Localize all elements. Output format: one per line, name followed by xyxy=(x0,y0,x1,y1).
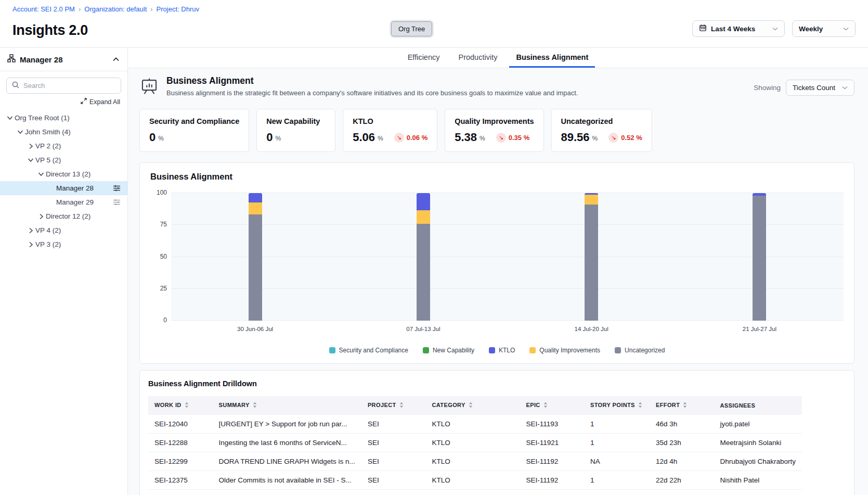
collapse-sidebar-button[interactable] xyxy=(112,56,120,62)
chevron-right-icon[interactable] xyxy=(26,143,35,149)
bar-segment-quality-improvements[interactable] xyxy=(417,210,430,223)
chart-legend: Security and ComplianceNew CapabilityKTL… xyxy=(150,347,844,356)
chart-bar-30-jun-06-jul[interactable] xyxy=(249,193,262,321)
column-header-assignees[interactable]: ASSIGNEES xyxy=(714,396,802,415)
tree-item-vp-4-2[interactable]: VP 4 (2) xyxy=(0,223,127,237)
bar-segment-uncategorized[interactable] xyxy=(249,214,262,321)
table-cell: 22d 22h xyxy=(650,471,714,490)
sort-icon[interactable] xyxy=(469,402,473,409)
sort-icon[interactable] xyxy=(543,402,548,409)
tree-item-vp-5-2[interactable]: VP 5 (2) xyxy=(0,153,127,167)
table-cell: EY > Verify if ingestion is working as e… xyxy=(213,490,361,495)
tree-item-vp-2-2[interactable]: VP 2 (2) xyxy=(0,139,127,153)
kpi-value-row: 5.06%↘0.06 % xyxy=(353,131,427,144)
tree-item-director-12-2[interactable]: Director 12 (2) xyxy=(0,209,127,223)
bar-segment-ktlo[interactable] xyxy=(249,193,262,202)
tree-item-john-smith-4[interactable]: John Smith (4) xyxy=(0,125,127,139)
bar-segment-uncategorized[interactable] xyxy=(585,205,598,321)
tree-item-label: VP 3 (2) xyxy=(35,240,61,248)
legend-item-uncategorized[interactable]: Uncategorized xyxy=(615,347,665,354)
kpi-value: 5.38 xyxy=(455,131,477,144)
tree-item-label: Director 13 (2) xyxy=(46,170,90,178)
bar-segment-ktlo[interactable] xyxy=(753,193,766,196)
tree-item-org-tree-root-1[interactable]: Org Tree Root (1) xyxy=(0,111,127,125)
filter-sliders-icon[interactable] xyxy=(113,199,121,206)
legend-item-security-and-compliance[interactable]: Security and Compliance xyxy=(329,347,408,354)
column-header-category[interactable]: CATEGORY xyxy=(425,396,520,415)
table-row-sei-12299[interactable]: SEI-12299DORA TREND LINE GRAPH Widgets i… xyxy=(148,452,802,471)
bar-segment-quality-improvements[interactable] xyxy=(249,202,262,214)
legend-item-quality-improvements[interactable]: Quality Improvements xyxy=(529,347,600,354)
column-header-story-points[interactable]: STORY POINTS xyxy=(584,396,650,415)
legend-item-new-capability[interactable]: New Capability xyxy=(423,347,474,354)
chevron-down-icon[interactable] xyxy=(36,172,46,176)
table-row-sei-12040[interactable]: SEI-12040[URGENT] EY > Support for job r… xyxy=(148,415,802,434)
legend-item-ktlo[interactable]: KTLO xyxy=(489,347,515,354)
sort-icon[interactable] xyxy=(253,402,257,409)
chart-bar-21-jul-27-jul[interactable] xyxy=(753,193,766,321)
legend-swatch xyxy=(615,347,621,353)
tree-item-manager-28[interactable]: Manager 28 xyxy=(0,181,127,195)
showing-value: Tickets Count xyxy=(793,84,838,92)
breadcrumb-link-project[interactable]: Project: Dhruv xyxy=(157,5,199,13)
tree-item-label: VP 4 (2) xyxy=(35,226,61,234)
search-input[interactable] xyxy=(23,82,115,90)
date-range-select[interactable]: Last 4 Weeks xyxy=(692,20,785,37)
table-cell: SEI xyxy=(361,471,426,490)
kpi-value: 0 xyxy=(266,131,273,144)
tree-item-manager-29[interactable]: Manager 29 xyxy=(0,195,127,209)
chevron-right-icon[interactable] xyxy=(26,242,35,248)
table-row-sei-12288[interactable]: SEI-12288Ingesting the last 6 months of … xyxy=(148,434,802,452)
table-row-sei-12305[interactable]: SEI-12305EY > Verify if ingestion is wor… xyxy=(148,490,802,495)
breadcrumb-link-account[interactable]: Account: SEI 2.0 PM xyxy=(12,5,75,13)
bar-segment-ktlo[interactable] xyxy=(585,193,598,195)
section-header: Business Alignment Business alignment is… xyxy=(139,75,854,98)
chart-bar-14-jul-20-jul[interactable] xyxy=(585,193,598,321)
sort-icon[interactable] xyxy=(185,402,189,409)
tab-productivity[interactable]: Productivity xyxy=(451,48,504,68)
tab-efficiency[interactable]: Efficiency xyxy=(401,48,447,68)
tab-business-alignment[interactable]: Business Alignment xyxy=(509,48,595,68)
tree-item-label: Director 12 (2) xyxy=(46,212,90,220)
table-cell: SEI xyxy=(361,452,426,471)
sort-icon[interactable] xyxy=(683,402,687,409)
bar-segment-quality-improvements[interactable] xyxy=(585,195,598,205)
breadcrumb: Account: SEI 2.0 PM›Organization: defaul… xyxy=(12,5,856,13)
chart-card: Business Alignment 0255075100 30 Jun-06 … xyxy=(139,162,854,364)
drilldown-title: Business Alignment Drilldown xyxy=(148,379,846,388)
breadcrumb-link-organization[interactable]: Organization: default xyxy=(84,5,147,13)
kpi-value: 0 xyxy=(149,131,156,144)
legend-swatch xyxy=(489,347,495,353)
column-header-effort[interactable]: EFFORT xyxy=(650,396,714,415)
sort-icon[interactable] xyxy=(638,402,642,409)
chevron-right-icon[interactable] xyxy=(36,213,46,220)
tree-item-director-13-2[interactable]: Director 13 (2) xyxy=(0,167,127,181)
sort-icon[interactable] xyxy=(399,402,404,409)
chevron-down-icon[interactable] xyxy=(26,158,35,162)
column-header-project[interactable]: PROJECT xyxy=(361,396,426,415)
legend-swatch xyxy=(529,347,536,353)
table-row-sei-12375[interactable]: SEI-12375Older Commits is not available … xyxy=(148,471,802,490)
kpi-change-value: 0.06 % xyxy=(407,134,427,142)
table-cell: SEI-11192 xyxy=(520,471,584,490)
column-header-epic[interactable]: EPIC xyxy=(520,396,584,415)
chart-bar-07-jul-13-jul[interactable] xyxy=(417,193,430,321)
x-axis-tick-label: 21 Jul-27 Jul xyxy=(743,326,776,332)
filter-sliders-icon[interactable] xyxy=(113,185,121,192)
bar-segment-ktlo[interactable] xyxy=(417,193,430,210)
chevron-down-icon[interactable] xyxy=(16,130,25,134)
bar-segment-uncategorized[interactable] xyxy=(417,224,430,321)
org-tree-button[interactable]: Org Tree xyxy=(391,21,432,36)
column-header-work-id[interactable]: WORK ID xyxy=(148,396,213,415)
kpi-card-row: Security and Compliance0%New Capability0… xyxy=(139,109,854,152)
expand-all-button[interactable]: Expand All xyxy=(81,98,120,106)
column-header-summary[interactable]: SUMMARY xyxy=(213,396,361,415)
table-cell: KTLO xyxy=(425,434,520,452)
chevron-down-icon[interactable] xyxy=(5,116,15,120)
bar-segment-uncategorized[interactable] xyxy=(753,196,766,321)
interval-select[interactable]: Weekly xyxy=(792,20,856,37)
sidebar-search[interactable] xyxy=(6,78,121,94)
tree-item-vp-3-2[interactable]: VP 3 (2) xyxy=(0,237,127,251)
chevron-right-icon[interactable] xyxy=(26,227,35,234)
showing-select[interactable]: Tickets Count xyxy=(786,80,854,96)
